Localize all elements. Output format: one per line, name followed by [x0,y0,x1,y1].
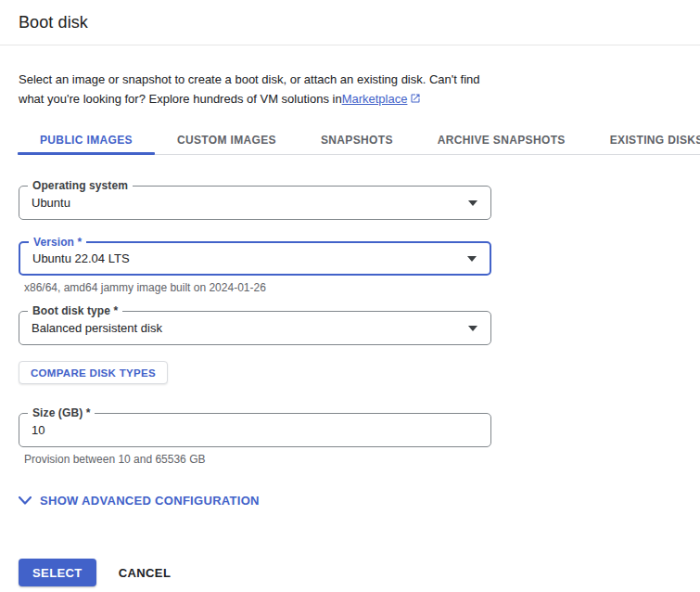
tab-public-images[interactable]: PUBLIC IMAGES [18,125,155,154]
boot-disk-dialog: Boot disk Select an image or snapshot to… [0,0,700,592]
boot-disk-type-value: Balanced persistent disk [32,321,162,335]
dialog-footer: SELECT CANCEL [19,559,700,586]
tab-existing-disks[interactable]: EXISTING DISKS [588,125,700,154]
show-advanced-configuration-toggle[interactable]: SHOW ADVANCED CONFIGURATION [19,494,260,508]
dialog-header: Boot disk [0,0,700,45]
description-line2: what you're looking for? Explore hundred… [19,92,342,106]
select-button[interactable]: SELECT [19,559,96,586]
tab-custom-images[interactable]: CUSTOM IMAGES [155,125,299,154]
size-helper-text: Provision between 10 and 65536 GB [24,452,491,467]
page-title: Boot disk [19,13,681,32]
caret-down-icon [467,256,477,262]
operating-system-label: Operating system [28,178,133,193]
tab-bar: PUBLIC IMAGES CUSTOM IMAGES SNAPSHOTS AR… [18,125,700,155]
advanced-toggle-label: SHOW ADVANCED CONFIGURATION [40,494,260,508]
size-input[interactable] [32,423,457,437]
boot-disk-form: Operating system Ubuntu Version * Ubuntu… [19,186,491,508]
operating-system-value: Ubuntu [32,196,70,210]
size-field[interactable]: Size (GB) * [19,413,491,447]
boot-disk-type-label: Boot disk type * [28,303,122,318]
cancel-button[interactable]: CANCEL [119,566,172,580]
tab-snapshots[interactable]: SNAPSHOTS [299,125,415,154]
open-in-new-icon [410,93,421,104]
version-value: Ubuntu 22.04 LTS [32,251,130,265]
description-text: Select an image or snapshot to create a … [19,70,681,109]
version-label: Version * [29,235,86,250]
operating-system-select[interactable]: Operating system Ubuntu [19,186,491,220]
chevron-down-icon [19,496,32,505]
caret-down-icon [468,326,477,331]
marketplace-link[interactable]: Marketplace [342,92,422,106]
description-line1: Select an image or snapshot to create a … [19,70,681,89]
tab-archive-snapshots[interactable]: ARCHIVE SNAPSHOTS [415,125,588,154]
caret-down-icon [468,200,477,206]
compare-disk-types-button[interactable]: COMPARE DISK TYPES [19,361,168,384]
size-label: Size (GB) * [28,405,95,420]
boot-disk-type-select[interactable]: Boot disk type * Balanced persistent dis… [19,311,491,345]
version-select[interactable]: Version * Ubuntu 22.04 LTS [19,241,491,276]
version-helper-text: x86/64, amd64 jammy image built on 2024-… [24,280,491,295]
